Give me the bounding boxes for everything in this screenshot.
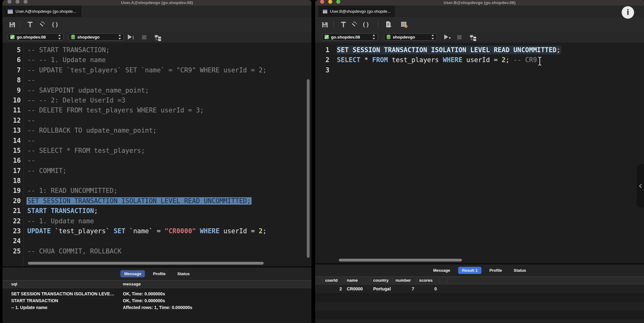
- code-line[interactable]: -- START TRANSACTION;: [27, 45, 311, 55]
- table-structure-button[interactable]: [469, 34, 477, 42]
- result-tab-status[interactable]: Status: [510, 267, 530, 274]
- run-query-button[interactable]: ▾: [444, 34, 451, 39]
- code-line[interactable]: SELECT * FROM test_players WHERE userId …: [337, 55, 644, 65]
- format-query-button[interactable]: (): [362, 20, 370, 29]
- info-button[interactable]: i: [622, 6, 634, 19]
- hammer-button[interactable]: [26, 20, 34, 29]
- empty-row[interactable]: [315, 319, 644, 323]
- table-row[interactable]: START TRANSACTIONOK, Time: 0.000000s: [2, 298, 311, 305]
- empty-row[interactable]: [315, 302, 644, 311]
- table-row[interactable]: SET SESSION TRANSACTION ISOLATION LEVE…O…: [2, 291, 311, 298]
- file-select[interactable]: go.shopdev.08: [322, 33, 378, 41]
- line-number: 25: [2, 246, 23, 256]
- table-structure-button[interactable]: [154, 34, 162, 42]
- file-select-value: go.shopdev.08: [331, 35, 370, 39]
- table-document-icon: [323, 9, 328, 14]
- column-header-userid[interactable]: userId: [323, 278, 344, 283]
- code-line[interactable]: -- SAVEPOINT udpate_name_point;: [27, 85, 311, 95]
- line-number: 1: [315, 45, 329, 55]
- code-line[interactable]: -- -- 2: Delete UserId =3: [27, 95, 311, 105]
- code-line[interactable]: [27, 176, 311, 186]
- code-line[interactable]: [27, 236, 311, 246]
- document-tab[interactable]: User.B@shopdevgo (go.shopde...: [318, 6, 395, 17]
- mouse-ibeam-cursor: [537, 56, 542, 66]
- database-select[interactable]: shopdevgo: [384, 33, 437, 41]
- code-line[interactable]: UPDATE `test_players` SET `name` = "CR00…: [27, 226, 311, 236]
- hammer-button[interactable]: [339, 20, 347, 29]
- code-segment: ;: [557, 46, 561, 54]
- document-tab[interactable]: User.A@shopdevgo (go.shopde...: [3, 6, 82, 17]
- new-document-button[interactable]: [385, 20, 393, 29]
- result-tab-result-1[interactable]: Result 1: [458, 267, 481, 274]
- column-header-sql[interactable]: sql: [11, 282, 17, 286]
- sql-editor[interactable]: 123 SET SESSION TRANSACTION ISOLATION LE…: [315, 43, 644, 263]
- line-numbers: 123: [315, 43, 329, 263]
- run-query-button[interactable]: I: [128, 34, 134, 39]
- result-tab-profile[interactable]: Profile: [486, 267, 506, 274]
- code-line[interactable]: --: [27, 156, 311, 166]
- code-segment: SELECT: [337, 56, 360, 64]
- cell-sql: START TRANSACTION: [11, 298, 58, 303]
- edit-table-button[interactable]: [400, 20, 408, 29]
- code-lines: -- START TRANSACTION;-- -- 1. Update nam…: [27, 43, 311, 266]
- empty-row[interactable]: [315, 293, 644, 302]
- save-button[interactable]: [8, 20, 16, 29]
- code-line[interactable]: SET SESSION TRANSACTION ISOLATION LEVEL …: [337, 45, 644, 55]
- code-line[interactable]: -- COMMIT;: [27, 166, 311, 176]
- save-icon: [321, 21, 329, 28]
- drawer-collapse-chevron-icon[interactable]: ‹: [638, 180, 642, 191]
- code-line[interactable]: -- 1. Update name: [27, 216, 311, 226]
- empty-row[interactable]: [315, 311, 644, 319]
- file-select[interactable]: go.shopdev.08: [8, 33, 64, 41]
- column-header-country[interactable]: country: [371, 278, 393, 283]
- sql-editor[interactable]: 5678910111213141516171819202122232425 --…: [2, 43, 311, 266]
- database-select[interactable]: shopdevgo: [69, 33, 124, 41]
- document-tab-label: User.A@shopdevgo (go.shopde...: [16, 9, 76, 14]
- horizontal-scrollbar[interactable]: [28, 262, 264, 265]
- column-header-name[interactable]: name: [344, 278, 371, 283]
- cell-message: OK, Time: 0.000000s: [123, 291, 165, 296]
- line-number: 11: [2, 105, 23, 115]
- code-line[interactable]: -- 1: READ UNCOMMITTED;: [27, 186, 311, 196]
- chevron-updown-icon: [58, 34, 61, 39]
- vertical-scrollbar[interactable]: [307, 79, 310, 258]
- table-row[interactable]: -- 1. Update nameAffected rows: 1, Time:…: [2, 305, 311, 312]
- stop-button[interactable]: [457, 35, 462, 39]
- code-line[interactable]: [337, 65, 644, 75]
- code-line[interactable]: --: [27, 136, 311, 146]
- result-tab-strip: MessageResult 1ProfileStatus: [315, 264, 644, 276]
- result-tab-profile[interactable]: Profile: [149, 270, 169, 277]
- cell-message: Affected rows: 1, Time: 0.000000s: [123, 305, 192, 310]
- code-segment: --: [27, 137, 35, 144]
- code-line[interactable]: -- CHUA COMMIT, ROLLBACK: [27, 246, 311, 256]
- save-button[interactable]: [321, 20, 329, 29]
- code-line[interactable]: -- SELECT * FROM test_players;: [27, 146, 311, 156]
- magic-wand-button[interactable]: [38, 20, 46, 29]
- table-row[interactable]: 2CR0000Portugal70: [315, 284, 644, 293]
- code-line[interactable]: --: [27, 75, 311, 85]
- column-header-message[interactable]: message: [123, 282, 141, 286]
- titlebar[interactable]: User.B@shopdevgo (go.shopdev.08): [315, 0, 644, 6]
- line-number: 7: [2, 65, 23, 75]
- horizontal-scrollbar[interactable]: [339, 259, 462, 262]
- line-number: 17: [2, 166, 23, 176]
- code-line[interactable]: SET SESSION TRANSACTION ISOLATION LEVEL …: [27, 196, 311, 206]
- magic-wand-button[interactable]: [350, 20, 358, 29]
- column-header-scores[interactable]: scores: [417, 278, 439, 283]
- chevron-updown-icon: [431, 34, 435, 39]
- result-tab-status[interactable]: Status: [174, 270, 194, 277]
- code-line[interactable]: -- -- 1. Update name: [27, 55, 311, 65]
- code-line[interactable]: -- UPDATE `test_players` SET `name` = "C…: [27, 65, 311, 75]
- format-query-button[interactable]: (): [51, 20, 59, 29]
- code-segment: -- CHUA COMMIT, ROLLBACK: [27, 248, 121, 255]
- column-header-number[interactable]: number: [393, 278, 417, 283]
- code-line[interactable]: -- DELETE FROM test_players WHERE userId…: [27, 105, 311, 115]
- code-line[interactable]: -- ROLLBACK TO udpate_name_point;: [27, 125, 311, 135]
- code-line[interactable]: START TRANSACTION;: [27, 206, 311, 216]
- titlebar[interactable]: User.A@shopdevgo (go.shopdev.08): [2, 0, 311, 6]
- result-tab-message[interactable]: Message: [429, 267, 454, 274]
- stop-button[interactable]: [142, 35, 146, 39]
- code-line[interactable]: --: [27, 116, 311, 125]
- table-relations-icon: [469, 34, 477, 41]
- result-tab-message[interactable]: Message: [120, 270, 145, 277]
